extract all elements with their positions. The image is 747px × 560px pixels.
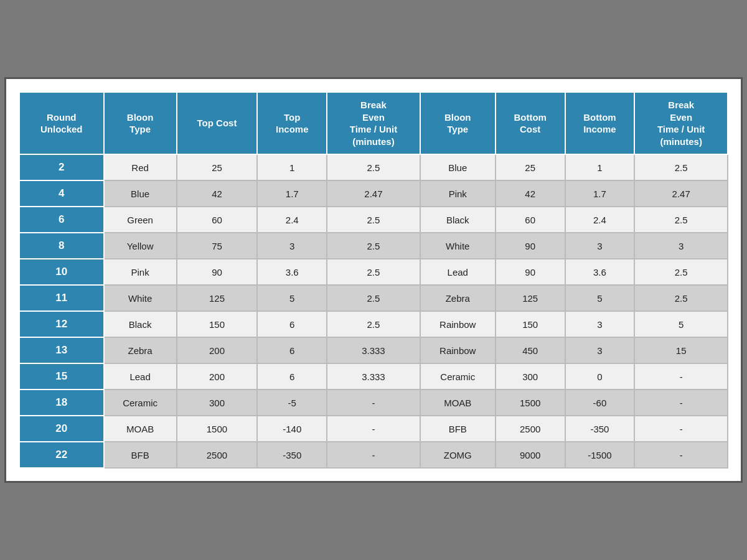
cell-bot-be: 2.5 — [634, 285, 728, 311]
cell-top-income: 5 — [257, 285, 327, 311]
cell-top-income: 1.7 — [257, 180, 327, 207]
cell-top-income: 6 — [257, 363, 327, 390]
cell-round: 12 — [19, 311, 104, 337]
cell-top-income: 2.4 — [257, 207, 327, 233]
cell-bot-cost: 90 — [496, 233, 565, 259]
cell-bot-bloon: Ceramic — [420, 363, 496, 390]
cell-top-be: 2.5 — [327, 207, 420, 233]
cell-top-cost: 300 — [177, 390, 258, 416]
cell-bot-bloon: Lead — [420, 259, 496, 285]
cell-bot-be: - — [634, 416, 728, 442]
cell-bot-income: 0 — [565, 363, 635, 390]
cell-round: 2 — [19, 154, 104, 180]
cell-round: 13 — [19, 337, 104, 363]
cell-top-cost: 200 — [177, 363, 258, 390]
cell-top-be: 2.5 — [327, 259, 420, 285]
cell-round: 20 — [19, 416, 104, 442]
cell-top-income: -140 — [257, 416, 327, 442]
header-top-cost: Top Cost — [177, 92, 258, 154]
cell-top-cost: 150 — [177, 311, 258, 337]
cell-bot-bloon: Zebra — [420, 285, 496, 311]
cell-top-income: 6 — [257, 337, 327, 363]
cell-bot-bloon: Pink — [420, 180, 496, 207]
cell-round: 18 — [19, 390, 104, 416]
cell-bot-income: 2.4 — [565, 207, 635, 233]
cell-bot-cost: 2500 — [496, 416, 565, 442]
cell-bot-be: 2.5 — [634, 259, 728, 285]
cell-top-cost: 60 — [177, 207, 258, 233]
cell-round: 22 — [19, 442, 104, 468]
cell-bot-be: - — [634, 390, 728, 416]
table-container: RoundUnlocked BloonType Top Cost TopInco… — [4, 77, 743, 483]
table-row: 15Lead20063.333Ceramic3000- — [19, 363, 728, 390]
cell-top-cost: 2500 — [177, 442, 258, 468]
cell-bot-cost: 450 — [496, 337, 565, 363]
cell-bot-cost: 1500 — [496, 390, 565, 416]
header-top-break-even: BreakEvenTime / Unit(minutes) — [327, 92, 420, 154]
cell-top-bloon: Black — [104, 311, 177, 337]
cell-bot-income: 3 — [565, 337, 635, 363]
table-row: 20MOAB1500-140-BFB2500-350- — [19, 416, 728, 442]
cell-top-be: 2.5 — [327, 311, 420, 337]
table-row: 6Green602.42.5Black602.42.5 — [19, 207, 728, 233]
cell-top-income: 1 — [257, 154, 327, 180]
cell-bot-income: 3 — [565, 233, 635, 259]
cell-top-bloon: Red — [104, 154, 177, 180]
table-row: 22BFB2500-350-ZOMG9000-1500- — [19, 442, 728, 468]
table-row: 13Zebra20063.333Rainbow450315 — [19, 337, 728, 363]
cell-bot-cost: 25 — [496, 154, 565, 180]
cell-top-be: - — [327, 416, 420, 442]
cell-bot-income: -350 — [565, 416, 635, 442]
cell-round: 6 — [19, 207, 104, 233]
cell-round: 4 — [19, 180, 104, 207]
cell-bot-be: 2.47 — [634, 180, 728, 207]
cell-bot-income: -60 — [565, 390, 635, 416]
cell-top-be: 2.5 — [327, 233, 420, 259]
cell-bot-be: 3 — [634, 233, 728, 259]
cell-bot-bloon: White — [420, 233, 496, 259]
cell-bot-bloon: MOAB — [420, 390, 496, 416]
cell-top-be: 3.333 — [327, 363, 420, 390]
cell-bot-be: - — [634, 442, 728, 468]
cell-bot-cost: 300 — [496, 363, 565, 390]
cell-top-bloon: Blue — [104, 180, 177, 207]
table-row: 4Blue421.72.47Pink421.72.47 — [19, 180, 728, 207]
cell-bot-income: -1500 — [565, 442, 635, 468]
cell-bot-cost: 150 — [496, 311, 565, 337]
cell-bot-bloon: Rainbow — [420, 337, 496, 363]
cell-bot-income: 1 — [565, 154, 635, 180]
header-bottom-cost: BottomCost — [496, 92, 565, 154]
cell-top-bloon: BFB — [104, 442, 177, 468]
cell-bot-bloon: ZOMG — [420, 442, 496, 468]
cell-bot-cost: 60 — [496, 207, 565, 233]
cell-top-cost: 25 — [177, 154, 258, 180]
cell-bot-be: 2.5 — [634, 154, 728, 180]
cell-bot-bloon: BFB — [420, 416, 496, 442]
cell-top-income: 3 — [257, 233, 327, 259]
header-round: RoundUnlocked — [19, 92, 104, 154]
cell-bot-income: 3 — [565, 311, 635, 337]
header-bottom-break-even: BreakEvenTime / Unit(minutes) — [634, 92, 728, 154]
table-row: 8Yellow7532.5White9033 — [19, 233, 728, 259]
cell-bot-cost: 125 — [496, 285, 565, 311]
cell-top-be: 2.47 — [327, 180, 420, 207]
header-top-bloon-type: BloonType — [104, 92, 177, 154]
cell-bot-be: - — [634, 363, 728, 390]
cell-top-income: 3.6 — [257, 259, 327, 285]
cell-bot-income: 1.7 — [565, 180, 635, 207]
table-row: 2Red2512.5Blue2512.5 — [19, 154, 728, 180]
header-top-income: TopIncome — [257, 92, 327, 154]
cell-bot-cost: 42 — [496, 180, 565, 207]
cell-bot-cost: 9000 — [496, 442, 565, 468]
cell-bot-income: 3.6 — [565, 259, 635, 285]
cell-bot-income: 5 — [565, 285, 635, 311]
cell-top-be: - — [327, 442, 420, 468]
cell-top-cost: 125 — [177, 285, 258, 311]
cell-top-bloon: Green — [104, 207, 177, 233]
table-row: 12Black15062.5Rainbow15035 — [19, 311, 728, 337]
cell-bot-be: 2.5 — [634, 207, 728, 233]
cell-top-be: 3.333 — [327, 337, 420, 363]
data-table: RoundUnlocked BloonType Top Cost TopInco… — [19, 91, 728, 469]
cell-top-cost: 1500 — [177, 416, 258, 442]
cell-top-cost: 90 — [177, 259, 258, 285]
